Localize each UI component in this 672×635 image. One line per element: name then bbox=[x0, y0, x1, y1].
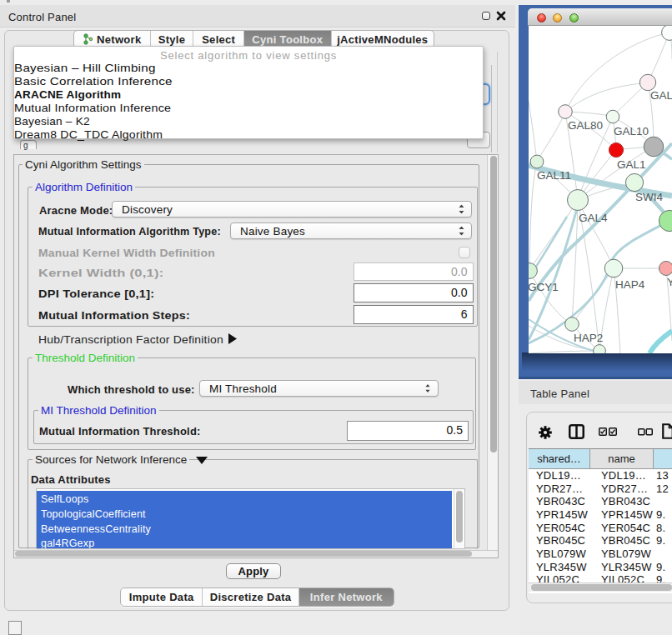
svg-text:GAL4: GAL4 bbox=[579, 212, 608, 224]
svg-text:GAL10: GAL10 bbox=[614, 125, 649, 138]
svg-text:GAL80: GAL80 bbox=[568, 119, 603, 132]
svg-text:GCY1: GCY1 bbox=[529, 281, 559, 293]
svg-text:HAP2: HAP2 bbox=[574, 332, 603, 344]
svg-text:HAP4: HAP4 bbox=[615, 278, 645, 291]
svg-text:GAL11: GAL11 bbox=[537, 169, 571, 182]
svg-text:GAL2: GAL2 bbox=[650, 89, 672, 102]
svg-text:YJ: YJ bbox=[667, 276, 672, 288]
svg-text:GAL1: GAL1 bbox=[617, 158, 646, 171]
svg-text:SWI4: SWI4 bbox=[635, 191, 663, 203]
